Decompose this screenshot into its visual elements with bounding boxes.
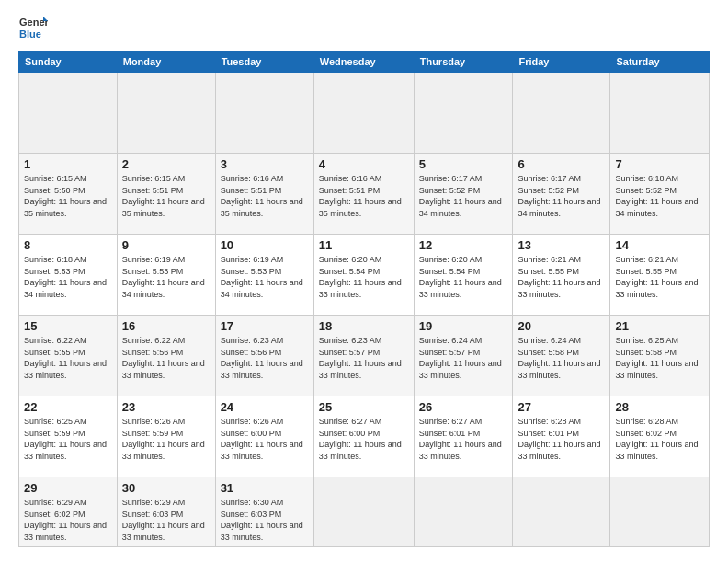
table-cell: 1 Sunrise: 6:15 AMSunset: 5:50 PMDayligh… [19, 154, 118, 235]
table-cell: 24 Sunrise: 6:26 AMSunset: 6:00 PMDaylig… [215, 396, 313, 477]
table-cell [313, 73, 414, 154]
table-cell: 6 Sunrise: 6:17 AMSunset: 5:52 PMDayligh… [513, 154, 610, 235]
day-info: Sunrise: 6:16 AMSunset: 5:51 PMDaylight:… [319, 174, 402, 218]
day-number: 25 [319, 400, 409, 414]
day-number: 26 [419, 400, 508, 414]
day-number: 3 [221, 157, 309, 171]
table-cell [610, 73, 710, 154]
day-number: 29 [24, 481, 112, 495]
day-info: Sunrise: 6:27 AMSunset: 6:00 PMDaylight:… [319, 417, 402, 461]
day-info: Sunrise: 6:18 AMSunset: 5:52 PMDaylight:… [615, 174, 698, 218]
day-number: 23 [122, 400, 210, 414]
day-info: Sunrise: 6:19 AMSunset: 5:53 PMDaylight:… [221, 255, 303, 299]
day-info: Sunrise: 6:24 AMSunset: 5:58 PMDaylight:… [518, 336, 600, 380]
day-info: Sunrise: 6:27 AMSunset: 6:01 PMDaylight:… [419, 417, 502, 461]
day-info: Sunrise: 6:26 AMSunset: 6:00 PMDaylight:… [221, 417, 303, 461]
table-cell: 11 Sunrise: 6:20 AMSunset: 5:54 PMDaylig… [313, 235, 414, 316]
day-info: Sunrise: 6:24 AMSunset: 5:57 PMDaylight:… [419, 336, 502, 380]
day-info: Sunrise: 6:23 AMSunset: 5:56 PMDaylight:… [221, 336, 303, 380]
table-cell [513, 477, 610, 547]
day-info: Sunrise: 6:22 AMSunset: 5:55 PMDaylight:… [24, 336, 107, 380]
table-cell: 23 Sunrise: 6:26 AMSunset: 5:59 PMDaylig… [117, 396, 215, 477]
table-cell [610, 477, 710, 547]
page: General Blue Sunday Monday Tuesday Wedne… [0, 0, 728, 563]
day-info: Sunrise: 6:25 AMSunset: 5:58 PMDaylight:… [615, 336, 698, 380]
day-info: Sunrise: 6:23 AMSunset: 5:57 PMDaylight:… [319, 336, 402, 380]
day-number: 7 [615, 157, 704, 171]
day-info: Sunrise: 6:21 AMSunset: 5:55 PMDaylight:… [615, 255, 698, 299]
table-cell: 2 Sunrise: 6:15 AMSunset: 5:51 PMDayligh… [117, 154, 215, 235]
header-monday: Monday [117, 52, 215, 73]
day-number: 17 [221, 319, 309, 333]
logo-icon: General Blue [18, 14, 48, 43]
day-info: Sunrise: 6:15 AMSunset: 5:51 PMDaylight:… [122, 174, 205, 218]
day-info: Sunrise: 6:26 AMSunset: 5:59 PMDaylight:… [122, 417, 205, 461]
table-cell: 7 Sunrise: 6:18 AMSunset: 5:52 PMDayligh… [610, 154, 710, 235]
table-cell: 14 Sunrise: 6:21 AMSunset: 5:55 PMDaylig… [610, 235, 710, 316]
table-cell [513, 73, 610, 154]
table-cell: 5 Sunrise: 6:17 AMSunset: 5:52 PMDayligh… [414, 154, 513, 235]
weekday-header-row: Sunday Monday Tuesday Wednesday Thursday… [19, 52, 710, 73]
header-thursday: Thursday [414, 52, 513, 73]
day-number: 13 [518, 238, 605, 252]
day-number: 6 [518, 157, 605, 171]
day-info: Sunrise: 6:16 AMSunset: 5:51 PMDaylight:… [221, 174, 303, 218]
table-cell: 3 Sunrise: 6:16 AMSunset: 5:51 PMDayligh… [215, 154, 313, 235]
day-number: 19 [419, 319, 508, 333]
day-info: Sunrise: 6:28 AMSunset: 6:02 PMDaylight:… [615, 417, 698, 461]
day-number: 15 [24, 319, 112, 333]
day-number: 14 [615, 238, 704, 252]
table-cell: 16 Sunrise: 6:22 AMSunset: 5:56 PMDaylig… [117, 316, 215, 396]
day-number: 27 [518, 400, 605, 414]
day-number: 28 [615, 400, 704, 414]
table-cell: 19 Sunrise: 6:24 AMSunset: 5:57 PMDaylig… [414, 316, 513, 396]
header-friday: Friday [513, 52, 610, 73]
day-number: 12 [419, 238, 508, 252]
table-cell: 18 Sunrise: 6:23 AMSunset: 5:57 PMDaylig… [313, 316, 414, 396]
day-number: 16 [122, 319, 210, 333]
day-info: Sunrise: 6:25 AMSunset: 5:59 PMDaylight:… [24, 417, 107, 461]
table-cell [215, 73, 313, 154]
table-cell: 31 Sunrise: 6:30 AMSunset: 6:03 PMDaylig… [215, 477, 313, 547]
table-cell: 29 Sunrise: 6:29 AMSunset: 6:02 PMDaylig… [19, 477, 118, 547]
header: General Blue [18, 14, 710, 43]
table-cell [313, 477, 414, 547]
day-number: 21 [615, 319, 704, 333]
header-sunday: Sunday [19, 52, 118, 73]
table-cell: 27 Sunrise: 6:28 AMSunset: 6:01 PMDaylig… [513, 396, 610, 477]
day-info: Sunrise: 6:19 AMSunset: 5:53 PMDaylight:… [122, 255, 205, 299]
table-cell [19, 73, 118, 154]
day-info: Sunrise: 6:17 AMSunset: 5:52 PMDaylight:… [518, 174, 600, 218]
logo: General Blue [18, 14, 48, 43]
day-info: Sunrise: 6:29 AMSunset: 6:02 PMDaylight:… [24, 498, 107, 542]
table-cell: 21 Sunrise: 6:25 AMSunset: 5:58 PMDaylig… [610, 316, 710, 396]
header-saturday: Saturday [610, 52, 710, 73]
day-info: Sunrise: 6:29 AMSunset: 6:03 PMDaylight:… [122, 498, 205, 542]
day-info: Sunrise: 6:15 AMSunset: 5:50 PMDaylight:… [24, 174, 107, 218]
day-number: 31 [221, 481, 309, 495]
table-cell: 22 Sunrise: 6:25 AMSunset: 5:59 PMDaylig… [19, 396, 118, 477]
table-cell [414, 477, 513, 547]
table-cell: 12 Sunrise: 6:20 AMSunset: 5:54 PMDaylig… [414, 235, 513, 316]
table-cell: 30 Sunrise: 6:29 AMSunset: 6:03 PMDaylig… [117, 477, 215, 547]
day-number: 20 [518, 319, 605, 333]
table-cell: 15 Sunrise: 6:22 AMSunset: 5:55 PMDaylig… [19, 316, 118, 396]
day-info: Sunrise: 6:28 AMSunset: 6:01 PMDaylight:… [518, 417, 600, 461]
header-wednesday: Wednesday [313, 52, 414, 73]
day-number: 24 [221, 400, 309, 414]
day-number: 1 [24, 157, 112, 171]
table-cell: 20 Sunrise: 6:24 AMSunset: 5:58 PMDaylig… [513, 316, 610, 396]
day-number: 22 [24, 400, 112, 414]
table-cell: 13 Sunrise: 6:21 AMSunset: 5:55 PMDaylig… [513, 235, 610, 316]
day-number: 2 [122, 157, 210, 171]
table-cell: 4 Sunrise: 6:16 AMSunset: 5:51 PMDayligh… [313, 154, 414, 235]
table-cell: 28 Sunrise: 6:28 AMSunset: 6:02 PMDaylig… [610, 396, 710, 477]
day-info: Sunrise: 6:30 AMSunset: 6:03 PMDaylight:… [221, 498, 303, 542]
day-info: Sunrise: 6:17 AMSunset: 5:52 PMDaylight:… [419, 174, 502, 218]
table-cell [117, 73, 215, 154]
table-cell: 17 Sunrise: 6:23 AMSunset: 5:56 PMDaylig… [215, 316, 313, 396]
day-number: 4 [319, 157, 409, 171]
table-cell: 26 Sunrise: 6:27 AMSunset: 6:01 PMDaylig… [414, 396, 513, 477]
table-cell: 8 Sunrise: 6:18 AMSunset: 5:53 PMDayligh… [19, 235, 118, 316]
day-number: 10 [221, 238, 309, 252]
